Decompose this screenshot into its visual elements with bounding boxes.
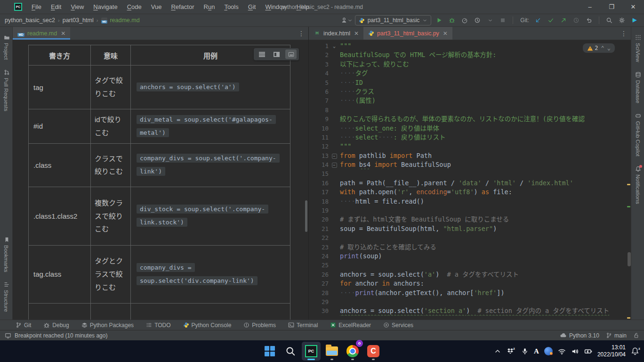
notification-bell-icon[interactable]: z <box>631 347 641 355</box>
line-number[interactable]: 25 <box>309 261 329 270</box>
tool-window-button-sciview[interactable]: SciView <box>634 34 642 62</box>
plugin-button[interactable] <box>630 16 639 25</box>
breadcrumb-item[interactable]: python_basic_sec2 <box>5 17 55 24</box>
code-editor[interactable]: 1⌄"""2BeautifulSoup での HTML ページ解析の基本方針:3… <box>309 40 631 320</box>
tool-window-button-project[interactable]: Project <box>2 34 10 60</box>
taskbar-clock[interactable]: 13:01 2022/10/04 <box>597 344 626 358</box>
tool-window-button-services[interactable]: Services <box>383 322 413 329</box>
tool-window-button-structure[interactable]: Structure <box>2 281 10 312</box>
line-number[interactable]: 20 <box>309 215 329 224</box>
tab-index-html[interactable]: Hindex.html✕ <box>309 27 363 40</box>
menu-window[interactable]: Window <box>261 2 290 12</box>
warning-stripe-mark[interactable] <box>627 184 630 185</box>
ime-mode-indicator[interactable]: A <box>534 347 539 355</box>
unlock-icon[interactable] <box>633 332 639 338</box>
menu-run[interactable]: Run <box>200 2 219 12</box>
line-number[interactable]: 28 <box>309 288 329 297</box>
tool-window-button-bookmarks[interactable]: Bookmarks <box>2 237 10 272</box>
inspections-widget[interactable]: 2 ⌃ ⌄ <box>583 43 615 53</box>
minimize-button[interactable]: – <box>579 0 601 14</box>
breadcrumb-item[interactable]: MDreadme.md <box>101 17 139 24</box>
coverage-clock-button[interactable] <box>473 16 482 25</box>
taskbar-pycharm[interactable]: PC <box>302 342 321 361</box>
menu-code[interactable]: Code <box>123 2 145 12</box>
line-number[interactable]: 15 <box>309 169 329 178</box>
line-number[interactable]: 11 <box>309 133 329 142</box>
tool-window-button-github-copilot[interactable]: GitHub Copilot <box>634 113 642 156</box>
menu-view[interactable]: View <box>67 2 88 12</box>
line-number[interactable]: 27 <box>309 279 329 288</box>
line-number[interactable]: 29 <box>309 297 329 306</box>
line-number[interactable]: 5 <box>309 78 329 87</box>
restore-button[interactable]: ❐ <box>601 0 622 14</box>
tray-mic[interactable] <box>521 347 529 355</box>
line-number[interactable]: 4 <box>309 69 329 78</box>
line-number[interactable]: 7 <box>309 96 329 105</box>
gear-button[interactable] <box>617 16 627 25</box>
line-number[interactable]: 18 <box>309 197 329 206</box>
bug-button[interactable] <box>447 16 457 25</box>
line-number[interactable]: 1 <box>309 41 329 50</box>
tray-chevron-up[interactable] <box>494 347 501 355</box>
line-number[interactable]: 17 <box>309 188 329 197</box>
tab-close-icon[interactable]: ✕ <box>443 30 448 37</box>
menu-help[interactable]: Help <box>293 2 313 12</box>
git-undo-button[interactable] <box>584 16 594 25</box>
menu-file[interactable]: File <box>28 2 45 12</box>
editor-only-button[interactable] <box>256 49 267 59</box>
next-warning-icon[interactable]: ⌄ <box>607 45 611 51</box>
preview-scrollbar[interactable] <box>305 200 307 232</box>
menu-git[interactable]: Git <box>244 2 260 12</box>
tool-window-button-notifications[interactable]: Notifications <box>634 166 642 204</box>
line-number[interactable]: 6 <box>309 87 329 96</box>
tab-close-icon[interactable]: ✕ <box>354 30 359 37</box>
line-number[interactable]: 3 <box>309 60 329 69</box>
tray-dropbox[interactable]: z <box>507 347 516 355</box>
menu-edit[interactable]: Edit <box>47 2 65 12</box>
line-number[interactable]: 13 <box>309 151 329 160</box>
git-arrow-up-right-button[interactable] <box>559 16 568 25</box>
tab-readme-md[interactable]: MD readme.md ✕ <box>13 27 70 40</box>
menu-vue[interactable]: Vue <box>147 2 166 12</box>
taskbar-chrome[interactable]: o <box>343 342 362 361</box>
taskbar-camtasia[interactable]: C <box>364 342 383 361</box>
chevron-down-button[interactable] <box>485 16 495 25</box>
tray-wifi[interactable] <box>558 347 566 355</box>
git-check-button[interactable] <box>546 16 555 25</box>
line-number[interactable]: 22 <box>309 233 329 242</box>
more-options-icon[interactable]: ⋮ <box>617 27 631 40</box>
tool-window-button-python-console[interactable]: Python Console <box>183 322 232 329</box>
sphere-app-icon[interactable] <box>544 347 553 355</box>
preview-only-button[interactable] <box>285 49 297 59</box>
tab-close-icon[interactable]: ✕ <box>61 30 65 37</box>
menu-navigate[interactable]: Navigate <box>89 2 121 12</box>
ok-stripe-mark[interactable] <box>627 206 630 207</box>
editor-scrollbar[interactable] <box>628 252 631 266</box>
git-arrow-down-left-button[interactable] <box>533 16 543 25</box>
line-number[interactable]: 26 <box>309 270 329 279</box>
tool-window-button-git[interactable]: Git <box>16 322 31 329</box>
line-number[interactable]: 21 <box>309 224 329 233</box>
interpreter-selector[interactable]: Python 3.10 <box>560 332 599 339</box>
tool-window-button-problems[interactable]: Problems <box>243 322 276 329</box>
tool-window-button-python-packages[interactable]: Python Packages <box>81 322 134 329</box>
tool-window-button-pull-requests[interactable]: Pull Requests <box>2 69 10 111</box>
search-button[interactable] <box>604 16 614 25</box>
taskbar-explorer[interactable] <box>322 342 341 361</box>
play-button[interactable] <box>435 16 444 25</box>
taskbar-search[interactable] <box>281 342 300 361</box>
taskbar-start[interactable] <box>260 342 279 361</box>
tool-window-button-excelreader[interactable]: ExcelReader <box>330 322 371 329</box>
tool-window-button-debug[interactable]: Debug <box>43 322 69 329</box>
menu-tools[interactable]: Tools <box>220 2 242 12</box>
tool-window-button-database[interactable]: Database <box>634 72 642 103</box>
line-number[interactable]: 2 <box>309 50 329 59</box>
markdown-preview[interactable]: 書き方意味用例 tag タグで絞りこむ anchors = soup.selec… <box>13 40 308 320</box>
line-number[interactable]: 8 <box>309 106 329 115</box>
git-clock-button[interactable] <box>572 16 581 25</box>
tray-volume[interactable] <box>571 347 579 355</box>
line-number[interactable]: 23 <box>309 243 329 252</box>
line-number[interactable]: 10 <box>309 124 329 133</box>
tray-battery[interactable] <box>584 347 592 355</box>
profiler-button[interactable] <box>460 16 469 25</box>
